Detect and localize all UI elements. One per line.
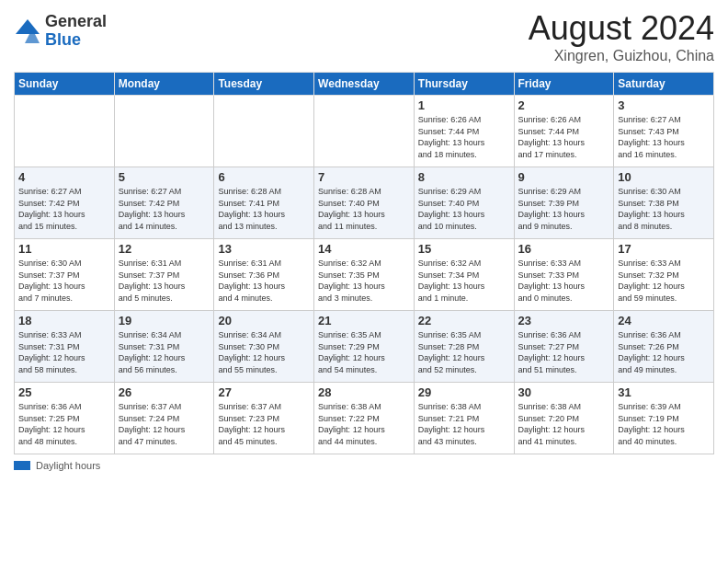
day-info: Sunrise: 6:38 AM Sunset: 7:20 PM Dayligh…: [518, 401, 610, 447]
day-info: Sunrise: 6:27 AM Sunset: 7:43 PM Dayligh…: [618, 114, 710, 160]
calendar-cell: 21Sunrise: 6:35 AM Sunset: 7:29 PM Dayli…: [314, 311, 415, 383]
day-info: Sunrise: 6:35 AM Sunset: 7:28 PM Dayligh…: [418, 329, 510, 375]
day-info: Sunrise: 6:29 AM Sunset: 7:40 PM Dayligh…: [418, 186, 510, 232]
weekday-header-saturday: Saturday: [614, 73, 714, 96]
weekday-header-monday: Monday: [114, 73, 214, 96]
day-info: Sunrise: 6:36 AM Sunset: 7:27 PM Dayligh…: [518, 329, 610, 375]
day-info: Sunrise: 6:28 AM Sunset: 7:40 PM Dayligh…: [318, 186, 410, 232]
logo-text: General Blue: [45, 13, 107, 50]
subtitle: Xingren, Guizhou, China: [529, 48, 714, 64]
weekday-header-wednesday: Wednesday: [314, 73, 415, 96]
day-number: 15: [418, 242, 510, 256]
weekday-header-sunday: Sunday: [15, 73, 115, 96]
week-row-4: 18Sunrise: 6:33 AM Sunset: 7:31 PM Dayli…: [15, 311, 714, 383]
calendar-cell: 6Sunrise: 6:28 AM Sunset: 7:41 PM Daylig…: [214, 167, 314, 239]
day-number: 14: [318, 242, 410, 256]
week-row-1: 1Sunrise: 6:26 AM Sunset: 7:44 PM Daylig…: [15, 96, 714, 167]
weekday-header-row: SundayMondayTuesdayWednesdayThursdayFrid…: [15, 73, 714, 96]
day-number: 22: [418, 314, 510, 327]
day-number: 26: [119, 385, 210, 399]
day-info: Sunrise: 6:31 AM Sunset: 7:36 PM Dayligh…: [218, 258, 310, 304]
legend: Daylight hours: [14, 460, 714, 471]
day-info: Sunrise: 6:30 AM Sunset: 7:37 PM Dayligh…: [18, 258, 110, 304]
day-number: 29: [418, 385, 510, 399]
week-row-3: 11Sunrise: 6:30 AM Sunset: 7:37 PM Dayli…: [15, 239, 714, 311]
calendar-cell: [15, 96, 115, 167]
day-number: 6: [218, 170, 310, 184]
calendar-cell: 16Sunrise: 6:33 AM Sunset: 7:33 PM Dayli…: [514, 239, 614, 311]
weekday-header-thursday: Thursday: [414, 73, 514, 96]
calendar-cell: 10Sunrise: 6:30 AM Sunset: 7:38 PM Dayli…: [614, 167, 714, 239]
calendar-cell: [114, 96, 214, 167]
day-info: Sunrise: 6:38 AM Sunset: 7:22 PM Dayligh…: [318, 401, 410, 447]
day-number: 31: [618, 385, 710, 399]
week-row-2: 4Sunrise: 6:27 AM Sunset: 7:42 PM Daylig…: [15, 167, 714, 239]
calendar-cell: 23Sunrise: 6:36 AM Sunset: 7:27 PM Dayli…: [514, 311, 614, 383]
day-info: Sunrise: 6:33 AM Sunset: 7:33 PM Dayligh…: [518, 258, 610, 304]
calendar-cell: 5Sunrise: 6:27 AM Sunset: 7:42 PM Daylig…: [114, 167, 214, 239]
day-info: Sunrise: 6:30 AM Sunset: 7:38 PM Dayligh…: [618, 186, 710, 232]
legend-label: Daylight hours: [36, 460, 100, 471]
calendar-cell: 1Sunrise: 6:26 AM Sunset: 7:44 PM Daylig…: [414, 96, 514, 167]
day-info: Sunrise: 6:29 AM Sunset: 7:39 PM Dayligh…: [518, 186, 610, 232]
day-number: 27: [218, 385, 310, 399]
calendar-cell: 17Sunrise: 6:33 AM Sunset: 7:32 PM Dayli…: [614, 239, 714, 311]
day-info: Sunrise: 6:39 AM Sunset: 7:19 PM Dayligh…: [618, 401, 710, 447]
legend-color: [14, 461, 30, 470]
calendar-cell: 20Sunrise: 6:34 AM Sunset: 7:30 PM Dayli…: [214, 311, 314, 383]
day-number: 21: [318, 314, 410, 327]
day-info: Sunrise: 6:34 AM Sunset: 7:31 PM Dayligh…: [119, 329, 210, 375]
calendar-cell: 26Sunrise: 6:37 AM Sunset: 7:24 PM Dayli…: [114, 383, 214, 454]
calendar-cell: 19Sunrise: 6:34 AM Sunset: 7:31 PM Dayli…: [114, 311, 214, 383]
day-info: Sunrise: 6:26 AM Sunset: 7:44 PM Dayligh…: [518, 114, 610, 160]
day-info: Sunrise: 6:27 AM Sunset: 7:42 PM Dayligh…: [18, 186, 110, 232]
day-number: 11: [18, 242, 110, 256]
calendar-cell: 4Sunrise: 6:27 AM Sunset: 7:42 PM Daylig…: [15, 167, 115, 239]
day-number: 24: [618, 314, 710, 327]
day-info: Sunrise: 6:36 AM Sunset: 7:25 PM Dayligh…: [18, 401, 110, 447]
calendar-cell: [214, 96, 314, 167]
week-row-5: 25Sunrise: 6:36 AM Sunset: 7:25 PM Dayli…: [15, 383, 714, 454]
calendar-cell: 2Sunrise: 6:26 AM Sunset: 7:44 PM Daylig…: [514, 96, 614, 167]
day-number: 28: [318, 385, 410, 399]
day-number: 13: [218, 242, 310, 256]
calendar-cell: 25Sunrise: 6:36 AM Sunset: 7:25 PM Dayli…: [15, 383, 115, 454]
calendar-cell: 22Sunrise: 6:35 AM Sunset: 7:28 PM Dayli…: [414, 311, 514, 383]
header: General Blue August 2024 Xingren, Guizho…: [14, 9, 714, 64]
calendar-cell: 29Sunrise: 6:38 AM Sunset: 7:21 PM Dayli…: [414, 383, 514, 454]
logo-blue: Blue: [45, 31, 107, 50]
day-number: 8: [418, 170, 510, 184]
calendar-cell: 14Sunrise: 6:32 AM Sunset: 7:35 PM Dayli…: [314, 239, 415, 311]
day-number: 12: [119, 242, 210, 256]
day-number: 20: [218, 314, 310, 327]
calendar-cell: 8Sunrise: 6:29 AM Sunset: 7:40 PM Daylig…: [414, 167, 514, 239]
day-info: Sunrise: 6:33 AM Sunset: 7:32 PM Dayligh…: [618, 258, 710, 304]
day-number: 23: [518, 314, 610, 327]
calendar-cell: 30Sunrise: 6:38 AM Sunset: 7:20 PM Dayli…: [514, 383, 614, 454]
day-number: 1: [418, 98, 510, 112]
calendar-cell: [314, 96, 415, 167]
day-number: 19: [119, 314, 210, 327]
weekday-header-tuesday: Tuesday: [214, 73, 314, 96]
day-info: Sunrise: 6:38 AM Sunset: 7:21 PM Dayligh…: [418, 401, 510, 447]
main-title: August 2024: [529, 9, 714, 48]
calendar-cell: 15Sunrise: 6:32 AM Sunset: 7:34 PM Dayli…: [414, 239, 514, 311]
day-info: Sunrise: 6:35 AM Sunset: 7:29 PM Dayligh…: [318, 329, 410, 375]
day-number: 4: [18, 170, 110, 184]
calendar-cell: 27Sunrise: 6:37 AM Sunset: 7:23 PM Dayli…: [214, 383, 314, 454]
weekday-header-friday: Friday: [514, 73, 614, 96]
day-info: Sunrise: 6:34 AM Sunset: 7:30 PM Dayligh…: [218, 329, 310, 375]
day-number: 16: [518, 242, 610, 256]
title-section: August 2024 Xingren, Guizhou, China: [529, 9, 714, 64]
calendar-cell: 3Sunrise: 6:27 AM Sunset: 7:43 PM Daylig…: [614, 96, 714, 167]
day-number: 2: [518, 98, 610, 112]
page: General Blue August 2024 Xingren, Guizho…: [0, 0, 728, 563]
day-info: Sunrise: 6:28 AM Sunset: 7:41 PM Dayligh…: [218, 186, 310, 232]
calendar-cell: 12Sunrise: 6:31 AM Sunset: 7:37 PM Dayli…: [114, 239, 214, 311]
calendar-cell: 18Sunrise: 6:33 AM Sunset: 7:31 PM Dayli…: [15, 311, 115, 383]
logo: General Blue: [14, 13, 107, 50]
day-info: Sunrise: 6:32 AM Sunset: 7:34 PM Dayligh…: [418, 258, 510, 304]
day-number: 5: [119, 170, 210, 184]
calendar-cell: 11Sunrise: 6:30 AM Sunset: 7:37 PM Dayli…: [15, 239, 115, 311]
day-number: 30: [518, 385, 610, 399]
